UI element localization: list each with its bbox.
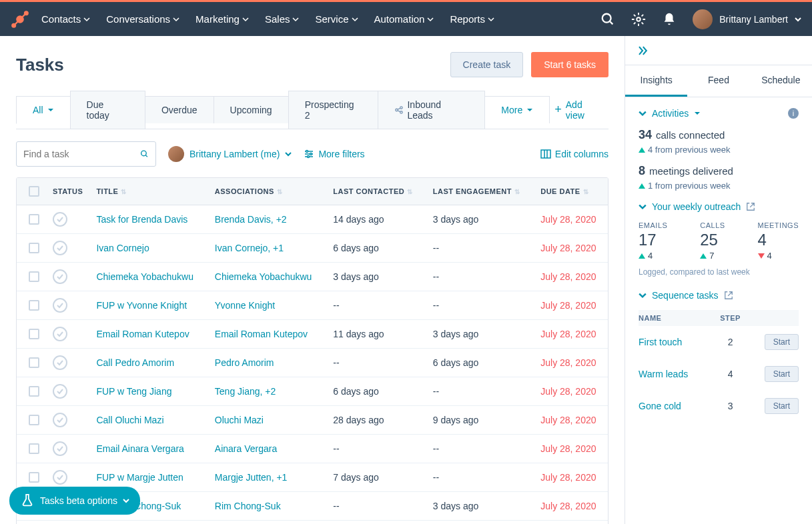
task-title-link[interactable]: Call Oluchi Mazi	[96, 415, 163, 425]
collapse-icon[interactable]	[636, 44, 649, 57]
tab-due-today[interactable]: Due today	[70, 91, 145, 129]
last-engagement: --	[426, 463, 534, 492]
task-title-link[interactable]: Ivan Cornejo	[96, 243, 149, 253]
row-checkbox[interactable]	[29, 214, 39, 225]
row-checkbox[interactable]	[29, 300, 39, 311]
task-title-link[interactable]: Email Ainara Vergara	[96, 443, 184, 454]
sequence-name-link[interactable]: Gone cold	[639, 401, 681, 411]
nav-item-conversations[interactable]: Conversations	[106, 13, 179, 25]
association-link[interactable]: Brenda Davis, +2	[215, 214, 287, 225]
task-title-link[interactable]: FUP w Yvonne Knight	[96, 300, 187, 311]
nav-item-automation[interactable]: Automation	[374, 13, 434, 25]
status-toggle[interactable]	[53, 298, 67, 313]
side-tab-schedule[interactable]: Schedule	[750, 65, 812, 97]
row-checkbox[interactable]	[29, 357, 39, 368]
association-link[interactable]: Yvonne Knight	[215, 300, 275, 311]
chevron-down-icon	[639, 203, 647, 211]
row-checkbox[interactable]	[29, 243, 39, 253]
user-menu[interactable]: Brittany Lambert	[693, 9, 801, 29]
nav-item-contacts[interactable]: Contacts	[41, 13, 90, 25]
task-title-link[interactable]: Call Pedro Amorim	[96, 357, 174, 368]
nav-item-sales[interactable]: Sales	[265, 13, 300, 25]
start-sequence-button[interactable]: Start	[765, 334, 799, 350]
row-checkbox[interactable]	[29, 472, 39, 483]
col-last-contacted[interactable]: LAST CONTACTED⇅	[326, 178, 426, 205]
tab-all[interactable]: All	[16, 96, 71, 124]
add-view-button[interactable]: + Add view	[549, 91, 608, 129]
col-last-engagement[interactable]: LAST ENGAGEMENT⇅	[426, 178, 534, 205]
row-checkbox[interactable]	[29, 329, 39, 339]
tab-overdue[interactable]: Overdue	[145, 96, 214, 123]
notifications-icon[interactable]	[662, 12, 677, 27]
status-toggle[interactable]	[53, 355, 67, 370]
row-checkbox[interactable]	[29, 443, 39, 454]
search-input-wrap[interactable]	[16, 141, 156, 167]
row-checkbox[interactable]	[29, 386, 39, 397]
status-toggle[interactable]	[53, 241, 67, 255]
status-toggle[interactable]	[53, 413, 67, 427]
col-due-date[interactable]: DUE DATE⇅	[534, 178, 608, 205]
task-title-link[interactable]: FUP w Margje Jutten	[96, 472, 183, 483]
status-toggle[interactable]	[53, 441, 67, 456]
col-associations[interactable]: ASSOCIATIONS⇅	[208, 178, 326, 205]
edit-columns-button[interactable]: Edit columns	[540, 149, 608, 159]
nav-item-marketing[interactable]: Marketing	[195, 13, 249, 25]
association-link[interactable]: Ainara Vergara	[215, 443, 277, 454]
status-toggle[interactable]	[53, 470, 67, 485]
association-link[interactable]: Rim Chong-Suk	[215, 501, 281, 511]
association-link[interactable]: Chiemeka Yobachukwu	[215, 271, 312, 282]
status-toggle[interactable]	[53, 212, 67, 227]
association-link[interactable]: Teng Jiang, +2	[215, 386, 276, 397]
settings-icon[interactable]	[631, 12, 646, 27]
create-task-button[interactable]: Create task	[450, 52, 524, 77]
seq-col-action	[746, 310, 799, 326]
task-title-link[interactable]: Task for Brenda Davis	[96, 214, 187, 225]
outreach-header[interactable]: Your weekly outreach	[639, 201, 799, 212]
status-toggle[interactable]	[53, 327, 67, 341]
start-sequence-button[interactable]: Start	[765, 398, 799, 414]
nav-item-service[interactable]: Service	[315, 13, 358, 25]
beta-options-button[interactable]: Tasks beta options	[9, 487, 140, 515]
side-tab-insights[interactable]: Insights	[625, 65, 687, 97]
association-link[interactable]: Ivan Cornejo, +1	[215, 243, 284, 253]
task-title-link[interactable]: Chiemeka Yobachukwu	[96, 271, 193, 282]
tab-upcoming[interactable]: Upcoming	[214, 96, 289, 123]
col-title[interactable]: TITLE⇅	[89, 178, 208, 205]
external-link-icon[interactable]	[746, 202, 755, 211]
sequence-name-link[interactable]: First touch	[639, 337, 682, 347]
more-filters-button[interactable]: More filters	[304, 149, 364, 159]
task-title-link[interactable]: FUP w Teng Jiang	[96, 386, 171, 397]
row-checkbox[interactable]	[29, 415, 39, 425]
association-link[interactable]: Email Roman Kutepov	[215, 329, 308, 339]
sequence-name-link[interactable]: Warm leads	[639, 369, 688, 379]
search-input[interactable]	[23, 149, 140, 159]
sequence-header[interactable]: Sequence tasks	[639, 290, 799, 301]
search-icon[interactable]	[600, 12, 615, 27]
row-checkbox[interactable]	[29, 271, 39, 282]
info-icon[interactable]: i	[788, 108, 799, 119]
side-tab-feed[interactable]: Feed	[687, 65, 749, 97]
association-link[interactable]: Oluchi Mazi	[215, 415, 264, 425]
tab-more[interactable]: More	[484, 96, 550, 123]
status-toggle[interactable]	[53, 384, 67, 399]
svg-point-8	[395, 109, 397, 111]
association-link[interactable]: Margje Jutten, +1	[215, 472, 288, 483]
svg-line-11	[398, 108, 400, 109]
task-title-link[interactable]: Email Roman Kutepov	[96, 329, 189, 339]
start-sequence-button[interactable]: Start	[765, 366, 799, 382]
last-engagement: --	[426, 521, 534, 525]
col-status[interactable]: STATUS	[46, 178, 89, 205]
tab-prospecting-2[interactable]: Prospecting 2	[288, 91, 378, 129]
tab-inbound-leads[interactable]: Inbound Leads	[378, 91, 486, 129]
activities-header[interactable]: Activities i	[639, 108, 799, 119]
select-all-checkbox[interactable]	[29, 186, 39, 197]
nav-item-reports[interactable]: Reports	[450, 13, 494, 25]
tab-label: More	[501, 105, 522, 115]
last-engagement: --	[426, 263, 534, 291]
owner-filter[interactable]: Brittany Lambert (me)	[168, 146, 292, 162]
up-arrow-icon	[700, 253, 707, 259]
association-link[interactable]: Pedro Amorim	[215, 357, 274, 368]
start-tasks-button[interactable]: Start 6 tasks	[531, 52, 608, 77]
status-toggle[interactable]	[53, 269, 67, 284]
external-link-icon[interactable]	[724, 291, 733, 300]
